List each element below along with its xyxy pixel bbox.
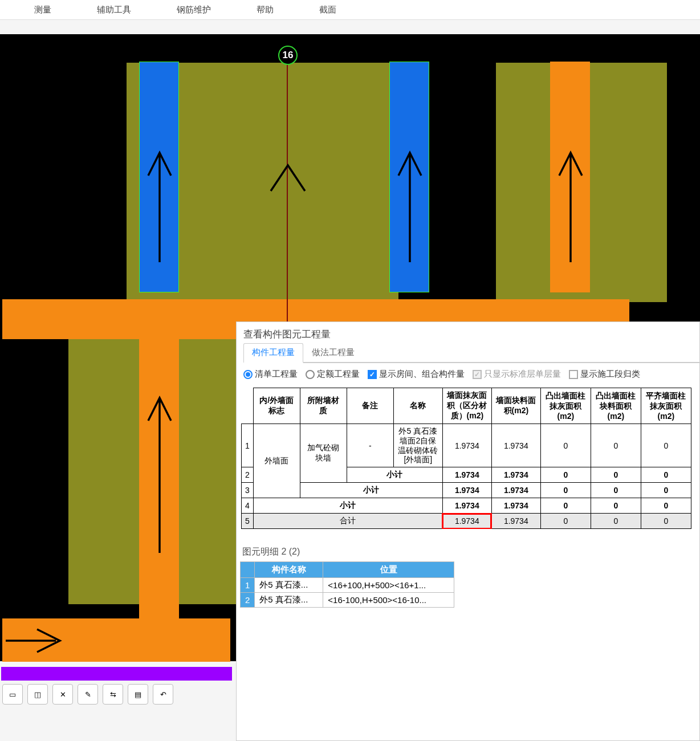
col-header: 墙面抹灰面积（区分材质）(m2) — [442, 388, 491, 424]
bottom-toolbar: ▭ ◫ ✕ ✎ ⇆ ▤ ↶ — [0, 683, 173, 706]
table-row-subtotal[interactable]: 3 小计 1.9734 1.9734 0 0 0 — [242, 483, 691, 498]
direction-arrow-icon — [396, 148, 424, 262]
direction-arrow-icon — [6, 627, 63, 654]
table-row-subtotal[interactable]: 4 小计 1.9734 1.9734 0 0 0 — [242, 498, 691, 514]
row-index-header — [242, 388, 254, 424]
col-header: 所附墙材质 — [300, 388, 347, 424]
check-show-std: ✓只显示标准层单层量 — [473, 369, 561, 380]
detail-section-title: 图元明细 2 (2) — [242, 546, 699, 558]
direction-arrow-icon — [146, 148, 173, 262]
detail-idx-header — [241, 562, 255, 578]
col-header: 平齐墙面柱抹灰面积(m2) — [641, 388, 691, 424]
menubar: 测量 辅助工具 钢筋维护 帮助 截面 — [0, 0, 700, 20]
detail-row[interactable]: 1 外5 真石漆... <16+100,H+500><16+1... — [241, 578, 454, 593]
menu-section[interactable]: 截面 — [319, 5, 336, 15]
menu-measure[interactable]: 测量 — [34, 5, 51, 15]
filter-row: 清单工程量 定额工程量 ✓显示房间、组合构件量 ✓只显示标准层单层量 ✓显示施工… — [237, 363, 699, 385]
detail-col-pos: 位置 — [323, 562, 454, 578]
tool-btn[interactable]: ✕ — [52, 684, 73, 705]
tool-btn[interactable]: ✎ — [78, 684, 98, 705]
col-header: 墙面块料面积(m2) — [491, 388, 540, 424]
element-detail-table[interactable]: 构件名称 位置 1 外5 真石漆... <16+100,H+500><16+1.… — [240, 561, 454, 608]
menu-rebar[interactable]: 钢筋维护 — [177, 5, 211, 15]
check-show-constr[interactable]: ✓显示施工段归类 — [569, 369, 640, 380]
tab-component-qty[interactable]: 构件工程量 — [243, 343, 303, 363]
tool-btn[interactable]: ◫ — [27, 684, 48, 705]
check-show-room[interactable]: ✓显示房间、组合构件量 — [368, 369, 465, 380]
col-header: 名称 — [393, 388, 442, 424]
quantity-panel: 查看构件图元工程量 构件工程量 做法工程量 清单工程量 定额工程量 ✓显示房间、… — [236, 321, 700, 741]
table-row-total[interactable]: 5 合计 1.9734 1.9734 0 0 0 — [242, 514, 691, 529]
direction-arrow-icon — [146, 393, 173, 553]
tool-btn[interactable]: ▭ — [2, 684, 23, 705]
panel-tabs: 构件工程量 做法工程量 — [243, 343, 699, 363]
panel-title: 查看构件图元工程量 — [237, 322, 699, 343]
menu-tools[interactable]: 辅助工具 — [97, 5, 131, 15]
highlighted-total-cell: 1.9734 — [442, 514, 491, 529]
table-row[interactable]: 1 外墙面 加气砼砌块墙 - 外5 真石漆墙面2自保温砖砌体砖 [外墙面] 1.… — [242, 424, 691, 467]
col-header: 内/外墙面标志 — [253, 388, 300, 424]
axis-label-16: 16 — [278, 46, 298, 65]
col-header: 凸出墙面柱块料面积(m2) — [591, 388, 641, 424]
col-header: 备注 — [347, 388, 393, 424]
tool-btn[interactable]: ↶ — [153, 684, 173, 705]
selection-strip — [1, 667, 232, 681]
radio-list-qty[interactable]: 清单工程量 — [243, 369, 298, 380]
direction-arrow-icon — [557, 148, 584, 262]
quantity-table[interactable]: 内/外墙面标志 所附墙材质 备注 名称 墙面抹灰面积（区分材质）(m2) 墙面块… — [241, 388, 691, 529]
direction-arrow-icon — [268, 162, 308, 197]
menu-help[interactable]: 帮助 — [257, 5, 274, 15]
detail-row[interactable]: 2 外5 真石漆... <16-100,H+500><16-10... — [241, 593, 454, 608]
tool-btn[interactable]: ⇆ — [103, 684, 123, 705]
quantity-table-wrap: 内/外墙面标志 所附墙材质 备注 名称 墙面抹灰面积（区分材质）(m2) 墙面块… — [241, 388, 699, 529]
col-header: 凸出墙面柱抹灰面积(m2) — [540, 388, 591, 424]
tab-method-qty[interactable]: 做法工程量 — [303, 343, 363, 362]
radio-quota-qty[interactable]: 定额工程量 — [306, 369, 360, 380]
detail-col-name: 构件名称 — [255, 562, 323, 578]
tool-btn[interactable]: ▤ — [128, 684, 148, 705]
